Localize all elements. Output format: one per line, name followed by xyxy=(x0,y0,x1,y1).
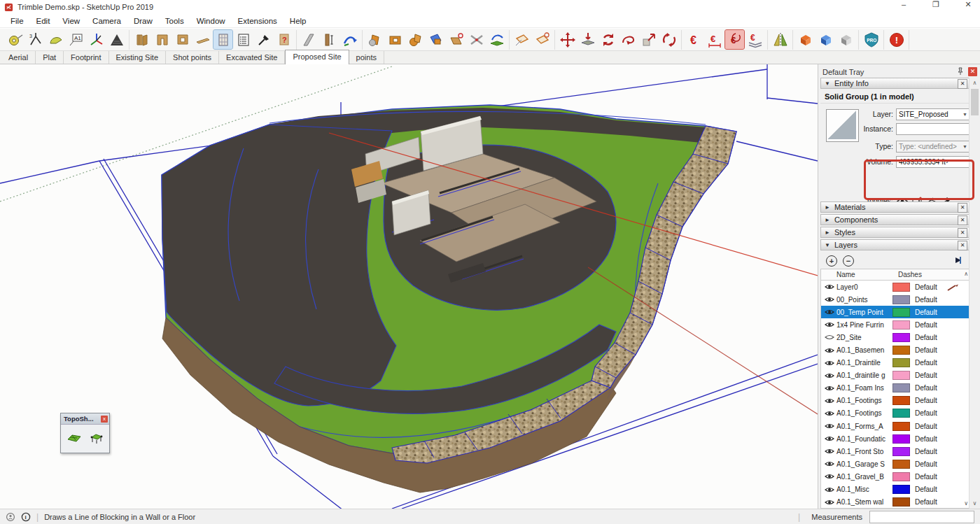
menu-window[interactable]: Window xyxy=(190,15,232,27)
layer-name[interactable]: A0.1_Gravel_B xyxy=(836,473,891,481)
radial-copy-icon[interactable] xyxy=(659,30,678,49)
layer-row[interactable]: A0.1_FootingsDefault xyxy=(821,395,969,407)
visible-eye-icon[interactable] xyxy=(825,360,834,367)
blocking-icon[interactable] xyxy=(320,30,339,49)
collapse-triangle-icon[interactable]: ► xyxy=(825,217,830,223)
visible-eye-icon[interactable] xyxy=(825,347,834,354)
layer-color-swatch[interactable] xyxy=(892,434,910,444)
layer-dash-style[interactable]: Default xyxy=(915,448,951,455)
layer-name[interactable]: A0.1_Footings xyxy=(836,409,891,417)
menu-tools[interactable]: Tools xyxy=(159,15,190,27)
geolocation-icon[interactable] xyxy=(6,512,15,522)
layer-color-swatch[interactable] xyxy=(892,295,910,304)
panel-close-icon[interactable]: ✕ xyxy=(958,215,967,225)
component-gray-icon[interactable] xyxy=(836,30,855,49)
layer-name[interactable]: 2D_Site xyxy=(836,334,891,341)
layer-dash-style[interactable]: Default xyxy=(915,409,951,417)
scene-tab-footprint[interactable]: Footprint xyxy=(64,51,108,64)
visible-eye-icon[interactable] xyxy=(825,473,834,480)
pro-badge-icon[interactable]: PRO xyxy=(862,30,881,49)
topo-mesh-icon[interactable] xyxy=(88,428,106,446)
layer-dash-style[interactable]: Default xyxy=(915,423,951,430)
auto-frame-icon[interactable] xyxy=(340,30,359,49)
pin-icon[interactable] xyxy=(956,67,965,76)
layer-row[interactable]: A0.1_draintile gDefault xyxy=(821,369,969,382)
panel-header-styles[interactable]: ► Styles ✕ xyxy=(820,227,969,238)
section-plane-icon[interactable] xyxy=(512,30,531,49)
visible-eye-icon[interactable] xyxy=(825,499,834,506)
split-icon[interactable] xyxy=(467,30,486,49)
layer-color-swatch[interactable] xyxy=(892,308,910,317)
layer-color-swatch[interactable] xyxy=(892,460,910,469)
layer-color-swatch[interactable] xyxy=(892,371,910,380)
emboss-icon[interactable] xyxy=(487,30,506,49)
visible-eye-icon[interactable] xyxy=(825,321,834,328)
layer-row[interactable]: 2D_SiteDefault xyxy=(821,331,969,344)
visible-eye-icon[interactable] xyxy=(825,486,834,493)
layer-dash-style[interactable]: Default xyxy=(915,371,951,379)
panel-header-materials[interactable]: ► Materials ✕ xyxy=(820,201,969,213)
layer-name[interactable]: A0.1_draintile g xyxy=(836,371,891,379)
move-copy-icon[interactable] xyxy=(558,30,577,49)
layer-name[interactable]: Layer0 xyxy=(836,283,891,291)
layer-dash-style[interactable]: Default xyxy=(915,435,951,443)
cost-layers-icon[interactable]: € xyxy=(746,30,764,49)
model-viewport[interactable]: TopoSh... x xyxy=(0,64,818,509)
column-dashes[interactable]: Dashes xyxy=(888,271,922,278)
scene-tab-shot-points[interactable]: Shot points xyxy=(166,51,219,64)
layer-color-swatch[interactable] xyxy=(892,346,910,355)
column-name[interactable]: Name xyxy=(821,271,888,278)
layer-name[interactable]: A0.1_Basemen xyxy=(836,346,891,354)
component-orange-icon[interactable] xyxy=(796,30,815,49)
layer-dash-style[interactable]: Default xyxy=(915,473,951,481)
layer-color-swatch[interactable] xyxy=(892,447,910,456)
layer-row[interactable]: A0.1_Gravel_BDefault xyxy=(821,470,969,483)
axes-icon[interactable] xyxy=(87,30,106,49)
layer-dash-style[interactable]: Default xyxy=(915,397,951,404)
panel-close-icon[interactable]: ✕ xyxy=(958,241,967,250)
hidden-eye-icon[interactable] xyxy=(825,334,834,341)
visible-eye-icon[interactable] xyxy=(825,423,834,430)
dimension-3d-icon[interactable]: 3 xyxy=(26,30,45,49)
collapse-triangle-icon[interactable]: ► xyxy=(825,229,830,236)
molding-icon[interactable] xyxy=(300,30,318,49)
close-button[interactable]: ✕ xyxy=(962,0,974,9)
layer-row[interactable]: Layer0Default xyxy=(821,281,969,293)
layer-color-swatch[interactable] xyxy=(892,333,910,342)
layer-row[interactable]: 00_Temp PointDefault xyxy=(821,306,969,318)
visible-eye-icon[interactable] xyxy=(825,372,834,379)
layer-name[interactable]: A0.1_Foundatic xyxy=(836,435,891,443)
tape-measure-icon[interactable] xyxy=(6,30,24,49)
visible-eye-icon[interactable] xyxy=(825,460,834,467)
list-scroll-up-icon[interactable]: ∧ xyxy=(964,271,968,277)
topo-surface-icon[interactable] xyxy=(65,428,83,446)
menu-draw[interactable]: Draw xyxy=(127,15,159,27)
layer-dropdown[interactable]: SITE_Proposed ▼ xyxy=(896,108,969,120)
component-blue-icon[interactable] xyxy=(816,30,835,49)
scene-tab-excavated-site[interactable]: Excavated Site xyxy=(219,51,285,64)
visible-eye-icon[interactable] xyxy=(825,309,834,316)
cost-icon[interactable]: € xyxy=(685,30,704,49)
protractor-icon[interactable] xyxy=(46,30,65,49)
layer-dash-style[interactable]: Default xyxy=(915,384,951,392)
layer-name[interactable]: A0.1_Forms_A xyxy=(836,423,891,430)
scene-tab-plat[interactable]: Plat xyxy=(36,51,64,64)
wall-panel-icon[interactable] xyxy=(214,30,232,49)
help-box-icon[interactable]: ? xyxy=(274,30,293,49)
layer-dash-style[interactable]: Default xyxy=(915,296,951,304)
panel-close-icon[interactable]: ✕ xyxy=(958,228,967,238)
stamp-copy-icon[interactable] xyxy=(578,30,597,49)
layer-dash-style[interactable]: Default xyxy=(915,460,951,468)
panel-close-icon[interactable]: ✕ xyxy=(958,79,967,89)
volume-input[interactable]: 469955.9334 ft³ xyxy=(896,156,969,168)
estimate-list-icon[interactable] xyxy=(234,30,253,49)
layer-color-swatch[interactable] xyxy=(892,396,910,405)
menu-camera[interactable]: Camera xyxy=(86,15,127,27)
layer-dash-style[interactable]: Default xyxy=(915,498,951,506)
eyedropper-icon[interactable] xyxy=(254,30,273,49)
visible-eye-icon[interactable] xyxy=(825,385,834,392)
text-label-icon[interactable]: A1 xyxy=(66,30,85,49)
scene-tab-proposed-site[interactable]: Proposed Site xyxy=(285,50,349,64)
layer-name[interactable]: 00_Temp Point xyxy=(836,309,891,316)
door-opening-icon[interactable] xyxy=(153,30,172,49)
